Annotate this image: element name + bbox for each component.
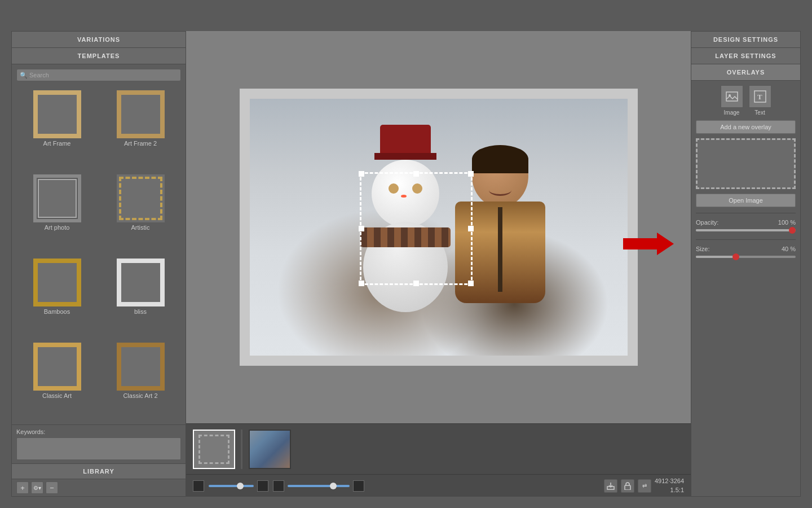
divider-2 [696, 239, 796, 240]
template-thumb-art-frame [33, 90, 81, 138]
toolbar-view-icon-2[interactable] [353, 480, 364, 492]
variations-header[interactable]: VARIATIONS [12, 32, 186, 48]
size-label: Size: [696, 246, 709, 252]
zoom-slider[interactable] [209, 485, 254, 487]
dimensions-display: 4912·3264 1.5:1 [655, 477, 684, 494]
overlays-header[interactable]: OVERLAYS [691, 64, 800, 81]
svg-marker-0 [623, 233, 674, 255]
view-knob[interactable] [330, 483, 337, 489]
svg-text:T: T [757, 93, 762, 101]
toolbar-view-icon[interactable] [273, 480, 284, 492]
bottom-bar-left: + ⚙▾ − [12, 479, 186, 496]
filmstrip-thumb-1[interactable] [193, 430, 235, 469]
template-item[interactable]: Art Frame 2 [100, 88, 181, 170]
keywords-input[interactable] [16, 437, 181, 460]
filmstrip-thumb-2[interactable] [249, 430, 291, 469]
dimensions-value: 4912·3264 [655, 477, 684, 485]
boy-figure [430, 145, 571, 343]
templates-header[interactable]: TEMPLATES [12, 48, 186, 64]
template-item[interactable]: Classic Art 2 [100, 340, 181, 422]
open-image-button[interactable]: Open Image [696, 194, 796, 207]
overlay-image-icon [721, 85, 743, 108]
opacity-slider-fill [696, 229, 796, 231]
boy-smile [489, 185, 511, 196]
bottom-toolbar: ⇄ 4912·3264 1.5:1 [186, 474, 691, 497]
template-thumb-art-frame-2 [117, 90, 165, 138]
overlay-type-image[interactable]: Image [721, 85, 743, 116]
left-panel: VARIATIONS TEMPLATES 🔍 Art Frame Art Fra… [11, 31, 186, 497]
ratio-value: 1.5:1 [655, 486, 684, 494]
export-button[interactable] [604, 479, 617, 493]
opacity-header: Opacity: 100 % [696, 219, 796, 226]
opacity-slider-row: Opacity: 100 % [696, 219, 796, 234]
zoom-knob[interactable] [237, 483, 244, 489]
snowman-eye-left [389, 183, 399, 194]
library-header[interactable]: LIBRARY [12, 463, 186, 479]
template-label: Art photo [45, 224, 70, 231]
toolbar-color-swatch[interactable] [193, 480, 204, 492]
search-input[interactable] [16, 69, 181, 81]
add-overlay-button[interactable]: Add a new overlay [696, 120, 796, 134]
size-slider-knob[interactable] [732, 253, 739, 260]
transform-button[interactable]: ⇄ [638, 479, 651, 493]
keywords-section: Keywords: [12, 424, 186, 463]
design-settings-header[interactable]: DESIGN SETTINGS [691, 32, 800, 48]
overlay-image-label: Image [724, 110, 740, 116]
template-thumb-classic-art-2 [117, 343, 165, 391]
size-value: 40 % [782, 246, 796, 252]
template-item[interactable]: Artistic [100, 172, 181, 254]
overlay-text-icon: T [749, 85, 771, 108]
thumb-photo-mini [250, 431, 290, 468]
view-slider[interactable] [288, 485, 350, 487]
template-item[interactable]: Art Frame [16, 88, 98, 170]
template-label: Art Frame 2 [124, 140, 157, 147]
snowman-head [372, 160, 439, 227]
settings-button[interactable]: ⚙▾ [31, 481, 43, 494]
add-button[interactable]: + [16, 481, 29, 494]
right-toolbar-buttons: ⇄ 4912·3264 1.5:1 [604, 477, 684, 494]
layer-settings-header[interactable]: LAYER SETTINGS [691, 48, 800, 64]
photo-canvas [240, 89, 638, 366]
opacity-label: Opacity: [696, 219, 718, 226]
overlay-type-row: Image T Text [696, 85, 796, 116]
svg-rect-4 [726, 92, 738, 101]
opacity-slider[interactable] [696, 229, 796, 231]
template-thumb-bamboos [33, 259, 81, 306]
template-label: Artistic [131, 224, 150, 231]
template-thumb-classic-art [33, 343, 81, 391]
right-panel: DESIGN SETTINGS LAYER SETTINGS OVERLAYS … [691, 31, 801, 497]
template-item[interactable]: Art photo [16, 172, 98, 254]
size-slider-row: Size: 40 % [696, 246, 796, 260]
size-slider[interactable] [696, 256, 796, 258]
template-thumb-art-photo [33, 174, 81, 222]
overlay-text-label: Text [754, 110, 765, 116]
snowman-hat-brim [374, 153, 436, 160]
template-label: Art Frame [43, 140, 71, 147]
thumb-inner-dashed-border [198, 435, 230, 464]
filmstrip-separator [241, 430, 245, 469]
snowman-nose [401, 195, 407, 198]
snowman-eye-right [412, 183, 422, 194]
remove-button[interactable]: − [46, 481, 58, 494]
opacity-slider-knob[interactable] [789, 227, 796, 234]
size-slider-fill [696, 256, 736, 258]
overlay-preview [696, 138, 796, 189]
lock-button[interactable] [621, 479, 634, 493]
opacity-value: 100 % [778, 219, 796, 226]
template-item[interactable]: Classic Art [16, 340, 98, 422]
overlays-content: Image T Text Add a new overlay Open Imag… [691, 81, 800, 496]
template-item[interactable]: Bamboos [16, 256, 98, 338]
size-header: Size: 40 % [696, 246, 796, 252]
filmstrip [186, 423, 691, 474]
template-thumb-artistic [117, 174, 165, 222]
template-item[interactable]: bliss [100, 256, 181, 338]
view-slider-group [273, 480, 364, 492]
center-area: ⇄ 4912·3264 1.5:1 [186, 31, 691, 497]
overlay-type-text[interactable]: T Text [749, 85, 771, 116]
svg-rect-3 [625, 485, 630, 490]
template-label: Bamboos [44, 308, 70, 315]
toolbar-zoom-icon[interactable] [257, 480, 268, 492]
divider-1 [696, 213, 796, 213]
zoom-slider-group [209, 480, 268, 492]
snowman-hat [380, 125, 431, 153]
